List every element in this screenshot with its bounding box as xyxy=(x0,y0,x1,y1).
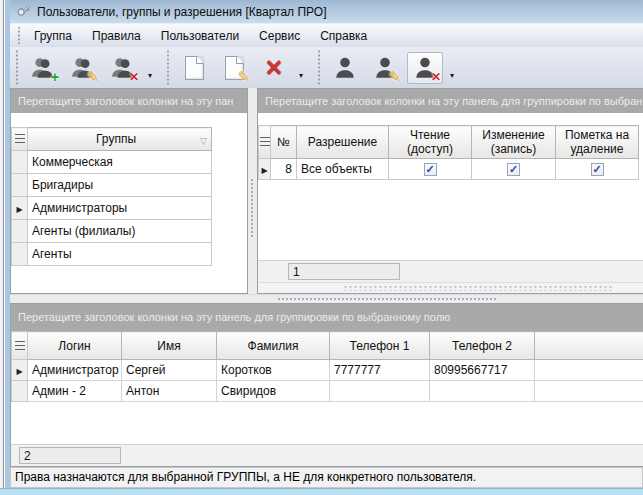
column-header-phone2[interactable]: Телефон 2 xyxy=(430,332,535,360)
chevron-down-icon[interactable]: ▾ xyxy=(145,71,155,84)
title-bar[interactable]: Пользователи, группы и разрешения [Кварт… xyxy=(10,0,643,24)
toolbar-grip[interactable] xyxy=(14,50,19,85)
chevron-down-icon[interactable]: ▾ xyxy=(296,71,306,84)
users-groupby-panel[interactable]: Перетащите заголовок колонки на эту пане… xyxy=(11,304,643,331)
add-group-button[interactable]: + xyxy=(25,52,61,84)
column-header-permission[interactable]: Разрешение xyxy=(297,126,389,159)
user-row[interactable]: ▶ Администратор Сергей Коротков 7777777 … xyxy=(12,360,643,381)
column-header-phone1[interactable]: Телефон 1 xyxy=(330,332,430,360)
plus-badge-icon: + xyxy=(51,70,59,84)
row-indicator-icon: ▶ xyxy=(261,166,267,175)
read-checkbox[interactable]: ✓ xyxy=(424,163,437,176)
group-row[interactable]: Коммерческая xyxy=(12,151,212,174)
column-header-number[interactable]: № xyxy=(271,126,297,159)
permissions-groupby-panel[interactable]: Перетащите заголовок колонки на эту пане… xyxy=(258,89,643,113)
new-document-icon xyxy=(185,56,204,80)
app-screen: Пользователи, группы и разрешения [Кварт… xyxy=(0,0,643,495)
horizontal-scrollbar[interactable] xyxy=(258,282,643,293)
sort-icon[interactable]: ▽ xyxy=(200,136,207,146)
permissions-footer: 1 xyxy=(258,260,643,282)
users-panel: Перетащите заголовок колонки на эту пане… xyxy=(10,303,643,467)
delete-mark-checkbox[interactable]: ✓ xyxy=(591,163,604,176)
cross-badge-icon: ✕ xyxy=(129,70,139,84)
group-row[interactable]: Агенты xyxy=(12,243,212,266)
permissions-panel: Перетащите заголовок колонки на эту пане… xyxy=(257,88,643,294)
groups-grid: Группы ▽ Коммерческая Бригадиры ▶ Админи… xyxy=(11,127,212,266)
status-text: Права назначаются для выбранной ГРУППЫ, … xyxy=(15,470,476,484)
toolbar-grip[interactable] xyxy=(16,27,21,44)
pencil-badge-icon: ✎ xyxy=(237,70,250,84)
toolbar-grip[interactable] xyxy=(165,50,170,85)
column-header-lastname[interactable]: Фамилия xyxy=(217,332,330,360)
column-header-groups[interactable]: Группы ▽ xyxy=(28,128,212,151)
chevron-down-icon[interactable]: ▾ xyxy=(447,71,457,84)
edit-rule-button[interactable]: ✎ xyxy=(216,52,252,84)
users-grid: Логин Имя Фамилия Телефон 1 Телефон 2 ▶ … xyxy=(11,331,643,402)
toolbar-group-groups: + ✎ ✕ ▾ xyxy=(21,52,163,84)
permissions-grid: № Разрешение Чтение (доступ) Изменение (… xyxy=(258,125,639,180)
groups-panel: Перетащите заголовок колонки на эту пан … xyxy=(10,88,248,294)
edit-group-button[interactable]: ✎ xyxy=(65,52,101,84)
add-user-button[interactable] xyxy=(327,52,363,84)
menu-rules[interactable]: Правила xyxy=(83,26,150,46)
record-count: 2 xyxy=(19,447,121,464)
menu-service[interactable]: Сервис xyxy=(250,26,309,46)
user-row[interactable]: Админ - 2 Антон Свиридов xyxy=(12,381,643,402)
key-icon xyxy=(16,3,31,21)
status-bar: Права назначаются для выбранной ГРУППЫ, … xyxy=(10,467,643,488)
row-indicator-icon: ▶ xyxy=(16,367,22,376)
toolbar-group-users: ✎ ✕ ▾ xyxy=(323,52,465,84)
column-header-login[interactable]: Логин xyxy=(28,332,122,360)
row-indicator-icon: ▶ xyxy=(16,205,22,214)
permission-row[interactable]: ▶ 8 Все объекты ✓ ✓ ✓ xyxy=(259,159,639,180)
toolbar-group-rules: ✎ ✕ ▾ xyxy=(172,52,314,84)
groups-groupby-panel[interactable]: Перетащите заголовок колонки на эту пан xyxy=(11,89,247,113)
delete-rule-button[interactable]: ✕ xyxy=(256,52,292,84)
window-title: Пользователи, группы и разрешения [Кварт… xyxy=(37,5,326,19)
delete-user-button[interactable]: ✕ xyxy=(407,52,443,84)
column-header-delete-mark[interactable]: Пометка на удаление xyxy=(556,126,639,159)
pencil-badge-icon: ✎ xyxy=(86,70,99,84)
users-footer: 2 xyxy=(11,444,643,466)
delete-icon: ✕ xyxy=(265,57,283,79)
main-area: Перетащите заголовок колонки на эту пан … xyxy=(10,88,643,294)
toolbar-grip[interactable] xyxy=(316,50,321,85)
column-header-firstname[interactable]: Имя xyxy=(122,332,217,360)
column-header-extra[interactable] xyxy=(535,332,643,360)
grid-menu-icon[interactable] xyxy=(12,128,28,151)
group-row[interactable]: ▶ Администраторы xyxy=(12,197,212,220)
grid-menu-icon[interactable] xyxy=(12,332,28,360)
column-header-write[interactable]: Изменение (запись) xyxy=(472,126,556,159)
new-rule-button[interactable] xyxy=(176,52,212,84)
column-header-read[interactable]: Чтение (доступ) xyxy=(389,126,472,159)
grid-menu-icon[interactable] xyxy=(259,126,271,159)
menu-group[interactable]: Группа xyxy=(25,26,81,46)
vertical-splitter[interactable] xyxy=(248,88,257,294)
toolbar: + ✎ ✕ ▾ ✎ xyxy=(10,47,643,88)
write-checkbox[interactable]: ✓ xyxy=(507,163,520,176)
menu-users[interactable]: Пользователи xyxy=(152,26,248,46)
group-row[interactable]: Агенты (филиалы) xyxy=(12,220,212,243)
cross-badge-icon: ✕ xyxy=(431,70,441,84)
menu-help[interactable]: Справка xyxy=(311,26,376,46)
window-bottom-border xyxy=(0,488,643,495)
edit-user-button[interactable]: ✎ xyxy=(367,52,403,84)
menu-bar: Группа Правила Пользователи Сервис Справ… xyxy=(10,24,643,47)
horizontal-splitter[interactable] xyxy=(10,294,643,303)
delete-group-button[interactable]: ✕ xyxy=(105,52,141,84)
group-row[interactable]: Бригадиры xyxy=(12,174,212,197)
desktop-edge xyxy=(0,0,4,495)
app-window: Пользователи, группы и разрешения [Кварт… xyxy=(10,0,643,495)
pencil-badge-icon: ✎ xyxy=(388,70,401,84)
record-count: 1 xyxy=(288,263,400,280)
